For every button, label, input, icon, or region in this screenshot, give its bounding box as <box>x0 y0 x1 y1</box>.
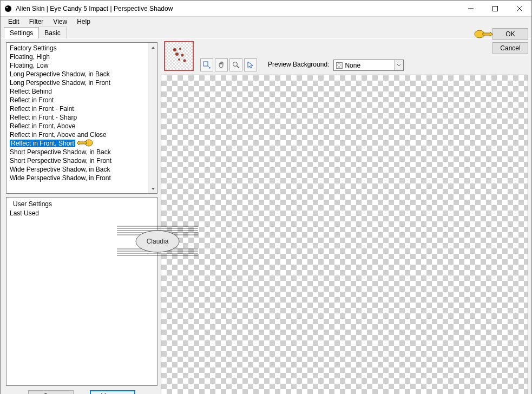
list-item[interactable]: Reflect in Front - Sharp <box>6 113 157 122</box>
list-item[interactable]: Floating, High <box>6 52 157 61</box>
thumbnail[interactable] <box>164 41 194 71</box>
preview-canvas[interactable] <box>161 75 528 394</box>
svg-point-0 <box>5 5 11 12</box>
svg-rect-12 <box>165 42 193 70</box>
pointer-tool-button[interactable] <box>244 58 257 71</box>
svg-rect-3 <box>492 6 497 11</box>
list-item[interactable]: Reflect in Front, Short <box>6 139 157 148</box>
svg-point-14 <box>179 48 181 50</box>
svg-point-15 <box>175 52 179 56</box>
tab-row: Settings Basic <box>1 27 531 38</box>
list-item[interactable]: Short Perspective Shadow, in Back <box>6 148 157 156</box>
user-settings-list[interactable]: User Settings Last Used <box>6 197 157 386</box>
scrollbar[interactable] <box>148 43 157 193</box>
pointing-hand-icon <box>77 138 93 148</box>
tab-settings[interactable]: Settings <box>4 27 39 38</box>
menu-filter[interactable]: Filter <box>25 17 48 27</box>
maximize-button[interactable] <box>483 1 507 16</box>
tab-basic[interactable]: Basic <box>38 27 66 38</box>
pointing-hand-icon <box>474 28 492 40</box>
svg-point-16 <box>181 54 184 57</box>
list-item[interactable]: Floating, Low <box>6 61 157 70</box>
close-button[interactable] <box>507 1 531 16</box>
list-item[interactable]: Reflect in Front, Above <box>6 122 157 130</box>
svg-point-18 <box>183 60 186 62</box>
zoom-tool-button[interactable] <box>229 58 242 71</box>
svg-marker-8 <box>152 188 155 190</box>
user-settings-header: User Settings <box>10 200 154 208</box>
list-item[interactable]: Reflect in Front <box>6 96 157 104</box>
chevron-down-icon[interactable] <box>394 60 403 70</box>
list-item[interactable]: Wide Perspective Shadow, in Back <box>6 165 157 174</box>
menu-help[interactable]: Help <box>73 17 95 27</box>
window-title: Alien Skin | Eye Candy 5 Impact | Perspe… <box>16 5 458 12</box>
scroll-up-icon[interactable] <box>148 43 157 52</box>
list-item[interactable]: Wide Perspective Shadow, in Front <box>6 174 157 182</box>
settings-panel: Factory SettingsFloating, HighFloating, … <box>1 39 161 394</box>
scroll-down-icon[interactable] <box>148 184 157 193</box>
menu-edit[interactable]: Edit <box>4 17 24 27</box>
preview-panel: Preview Background: None OK Cancel <box>161 39 531 394</box>
svg-rect-19 <box>203 62 208 66</box>
svg-point-1 <box>6 6 8 8</box>
manage-button[interactable]: Manage <box>90 390 135 394</box>
hand-tool-button[interactable] <box>215 58 228 71</box>
svg-marker-7 <box>152 47 155 49</box>
list-item[interactable]: Last Used <box>10 208 154 218</box>
svg-point-20 <box>233 62 238 67</box>
list-item[interactable]: Long Perspective Shadow, in Back <box>6 70 157 78</box>
preview-background-label: Preview Background: <box>268 61 329 68</box>
preview-background-combo[interactable]: None <box>333 60 404 71</box>
factory-settings-list[interactable]: Factory SettingsFloating, HighFloating, … <box>6 42 157 194</box>
titlebar: Alien Skin | Eye Candy 5 Impact | Perspe… <box>1 1 531 17</box>
menu-view[interactable]: View <box>49 17 71 27</box>
combo-value: None <box>345 62 360 69</box>
app-icon <box>4 4 12 13</box>
list-item[interactable]: Reflect Behind <box>6 87 157 96</box>
svg-line-21 <box>237 66 240 69</box>
ok-button[interactable]: OK <box>492 28 528 40</box>
svg-point-13 <box>173 48 176 51</box>
save-button[interactable]: Save <box>28 390 74 394</box>
move-tool-button[interactable] <box>200 58 213 71</box>
list-item[interactable]: Long Perspective Shadow, in Front <box>6 78 157 87</box>
menubar: Edit Filter View Help <box>1 17 531 27</box>
list-item[interactable]: Short Perspective Shadow, in Front <box>6 156 157 165</box>
svg-point-17 <box>178 58 180 61</box>
cancel-button[interactable]: Cancel <box>492 42 528 54</box>
checker-icon <box>336 62 343 69</box>
list-item[interactable]: Reflect in Front - Faint <box>6 104 157 113</box>
minimize-button[interactable] <box>458 1 483 16</box>
factory-settings-header: Factory Settings <box>6 44 157 52</box>
